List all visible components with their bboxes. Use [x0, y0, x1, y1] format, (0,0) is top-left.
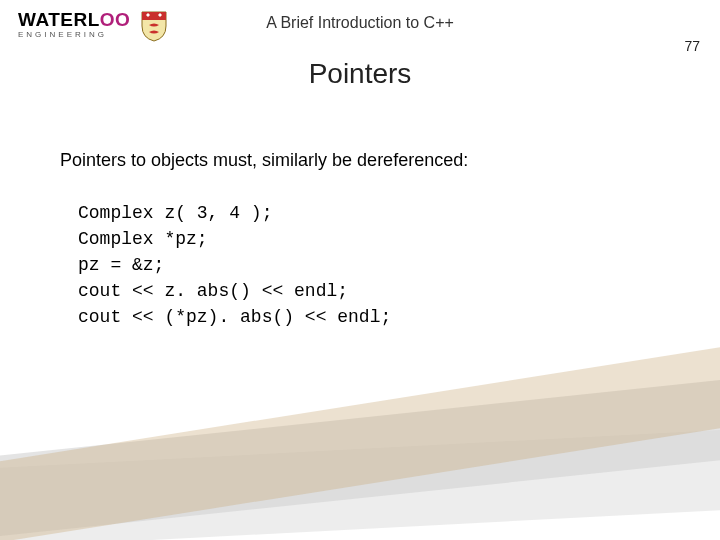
stripe [0, 340, 720, 540]
logo-subline: ENGINEERING [18, 31, 130, 39]
stripe [0, 375, 720, 540]
course-title: A Brief Introduction to C++ [0, 14, 720, 32]
page-number: 77 [684, 38, 700, 54]
body-text: Pointers to objects must, similarly be d… [60, 150, 660, 171]
code-block: Complex z( 3, 4 ); Complex *pz; pz = &z;… [78, 200, 391, 330]
stripe [0, 427, 720, 540]
slide-title: Pointers [0, 58, 720, 90]
decorative-stripes [0, 480, 720, 540]
